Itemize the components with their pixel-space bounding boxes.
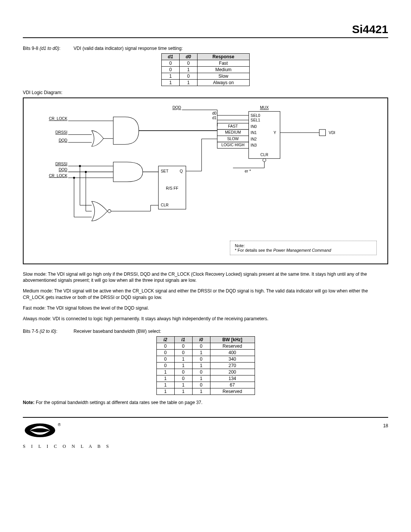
table-row: 11Always on <box>162 80 250 86</box>
footer: ® S I L I C O N L A B S 18 <box>23 417 388 449</box>
svg-rect-39 <box>319 129 325 136</box>
logo-block: ® S I L I C O N L A B S <box>23 421 111 449</box>
svg-text:er *: er * <box>245 169 251 173</box>
logo-text: S I L I C O N L A B S <box>23 444 111 449</box>
bits98-ital: (d1 to d0) <box>40 46 59 51</box>
table-row: 11067 <box>156 382 255 388</box>
th-response: Response <box>198 54 250 60</box>
svg-text:d1: d1 <box>212 116 217 120</box>
svg-text:CLR: CLR <box>260 153 268 157</box>
table-row: 10Slow <box>162 73 250 80</box>
svg-text:SEL1: SEL1 <box>251 118 260 122</box>
bits75-row: Bits 7-5 (i2 to i0): Receiver baseband b… <box>23 329 388 334</box>
th-i0: i0 <box>192 337 210 343</box>
always-mode-para: Always mode: VDI is connected to logic h… <box>23 316 388 322</box>
table-row: 111Reserved <box>156 388 255 395</box>
medium-mode-para: Medium mode: The VDI signal will be acti… <box>23 288 388 300</box>
bottom-note-bold: Note: <box>23 400 35 405</box>
bits98-colon: : <box>59 46 60 51</box>
svg-text:IN2: IN2 <box>251 137 257 141</box>
bits75-colon: : <box>56 329 57 334</box>
bits98-row: Bits 9-8 (d1 to d0): VDI (valid data ind… <box>23 46 388 51</box>
svg-text:SEL0: SEL0 <box>251 113 260 118</box>
th-i1: i1 <box>174 337 192 343</box>
response-table: d1 d0 Response 00Fast 01Medium 10Slow 11… <box>161 53 250 86</box>
bits98-label: Bits 9-8 (d1 to d0): <box>23 46 72 51</box>
svg-text:LOGIC HIGH: LOGIC HIGH <box>221 143 245 147</box>
page-number: 18 <box>383 423 388 428</box>
table-row: 00Fast <box>162 60 250 67</box>
bits75-label: Bits 7-5 (i2 to i0): <box>23 329 72 334</box>
svg-text:SET: SET <box>161 169 169 173</box>
svg-text:CLR: CLR <box>161 203 169 207</box>
svg-text:IN3: IN3 <box>251 143 257 147</box>
svg-text:d0: d0 <box>212 111 217 115</box>
svg-point-75 <box>25 423 55 437</box>
table-row: 010340 <box>156 356 255 363</box>
table-row: 101134 <box>156 375 255 382</box>
table-row: 100200 <box>156 369 255 375</box>
th-d0: d0 <box>180 54 198 60</box>
svg-text:DQD: DQD <box>172 105 181 110</box>
svg-text:®: ® <box>58 423 61 427</box>
table-row: 001400 <box>156 350 255 356</box>
bits75-ital: (i2 to i0) <box>40 329 56 334</box>
bits98-desc: VDI (valid data indicator) signal respon… <box>73 46 183 51</box>
diagram-label: VDI Logic Diagram: <box>23 90 388 95</box>
svg-text:Y: Y <box>274 131 276 135</box>
note-line2: * For details see the Power Management C… <box>235 248 372 252</box>
svg-text:SLOW: SLOW <box>227 137 239 141</box>
svg-text:DRSSI: DRSSI <box>56 130 67 134</box>
product-title: Si4421 <box>23 23 388 36</box>
table-row: 011270 <box>156 363 255 369</box>
svg-text:DRSSI: DRSSI <box>56 162 67 166</box>
svg-text:CR_LOCK: CR_LOCK <box>49 117 67 121</box>
th-d1: d1 <box>162 54 180 60</box>
svg-point-37 <box>263 158 266 161</box>
svg-text:MEDIUM: MEDIUM <box>225 130 241 134</box>
svg-text:IN1: IN1 <box>251 131 257 135</box>
bits75-prefix: Bits 7-5 <box>23 329 40 334</box>
fast-mode-para: Fast mode: The VDI signal follows the le… <box>23 305 388 311</box>
th-i2: i2 <box>156 337 174 343</box>
slow-mode-para: Slow mode: The VDI signal will go high o… <box>23 271 388 283</box>
svg-text:DQD: DQD <box>59 168 67 172</box>
diagram-note-box: Note: * For details see the Power Manage… <box>230 241 377 255</box>
bottom-note: Note: For the optimal bandwidth settings… <box>23 399 388 406</box>
bw-table: i2 i1 i0 BW [kHz] 000Reserved 001400 010… <box>156 336 255 395</box>
page: Si4421 Bits 9-8 (d1 to d0): VDI (valid d… <box>0 0 411 461</box>
svg-text:VDI: VDI <box>329 131 335 135</box>
note-line1: Note: <box>235 243 372 248</box>
bits98-prefix: Bits 9-8 <box>23 46 40 51</box>
svg-text:CR_LOCK: CR_LOCK <box>49 174 67 178</box>
bottom-note-text: For the optimal bandwidth settings at di… <box>35 400 202 405</box>
svg-text:DQD: DQD <box>59 138 67 142</box>
svg-text:R/S FF: R/S FF <box>166 186 178 190</box>
svg-text:MUX: MUX <box>260 105 269 110</box>
header-bar: Si4421 <box>23 23 388 38</box>
svg-text:IN0: IN0 <box>251 125 257 129</box>
th-bw: BW [kHz] <box>210 337 255 343</box>
svg-text:Q: Q <box>180 169 183 173</box>
svg-text:FAST: FAST <box>228 124 238 128</box>
bits75-desc: Receiver baseband bandwidth (BW) select: <box>73 329 161 334</box>
svg-point-71 <box>108 209 111 212</box>
diagram-svg: CR_LOCK DRSSI DQD DQD d0 d1 FAST MEDIUM … <box>29 104 382 256</box>
vdi-logic-diagram: CR_LOCK DRSSI DQD DQD d0 d1 FAST MEDIUM … <box>23 97 388 264</box>
table-row: 000Reserved <box>156 343 255 350</box>
silicon-labs-logo-icon: ® <box>23 421 65 442</box>
table-row: 01Medium <box>162 67 250 73</box>
